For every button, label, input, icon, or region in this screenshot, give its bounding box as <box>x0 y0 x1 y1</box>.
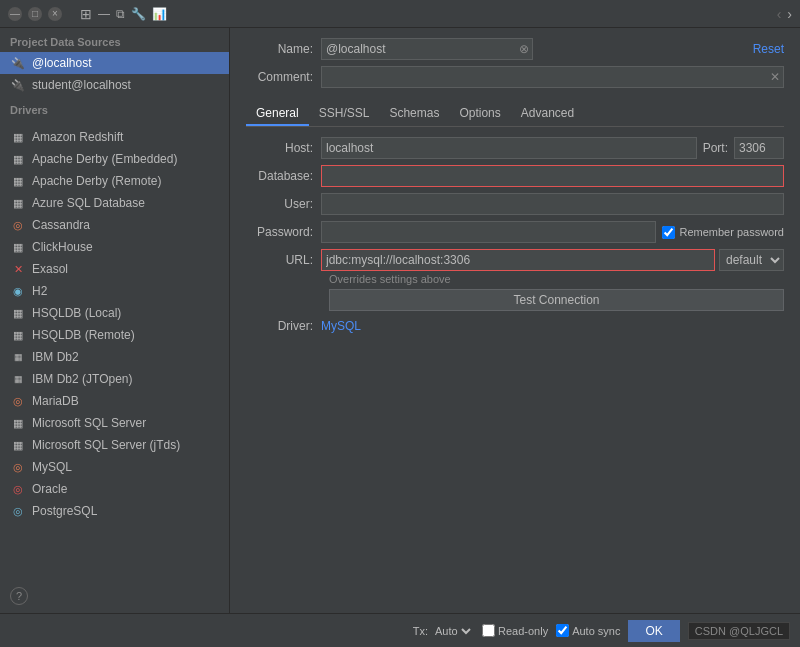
tab-options[interactable]: Options <box>449 102 510 126</box>
driver-icon: ◎ <box>10 459 26 475</box>
user-label: User: <box>246 197 321 211</box>
nav-forward-icon[interactable]: › <box>787 6 792 22</box>
driver-mariadb[interactable]: ◎ MariaDB <box>0 390 229 412</box>
clear-comment-icon[interactable]: ✕ <box>770 70 780 84</box>
driver-hsqldb-local[interactable]: ▦ HSQLDB (Local) <box>0 302 229 324</box>
driver-apache-derby-embedded[interactable]: ▦ Apache Derby (Embedded) <box>0 148 229 170</box>
driver-ibm-db2-jtopen[interactable]: ▦ IBM Db2 (JTOpen) <box>0 368 229 390</box>
driver-icon: ▦ <box>10 305 26 321</box>
sidebar-item-label: student@localhost <box>32 78 131 92</box>
autosync-checkbox[interactable] <box>556 624 569 637</box>
driver-icon: ▦ <box>10 349 26 365</box>
driver-hsqldb-remote[interactable]: ▦ HSQLDB (Remote) <box>0 324 229 346</box>
user-input[interactable] <box>321 193 784 215</box>
driver-link[interactable]: MySQL <box>321 319 361 333</box>
toolbar-icon-minus[interactable]: — <box>98 7 110 21</box>
driver-icon: ▦ <box>10 415 26 431</box>
url-input[interactable] <box>321 249 715 271</box>
driver-icon: ◎ <box>10 503 26 519</box>
tab-general[interactable]: General <box>246 102 309 126</box>
readonly-checkbox[interactable] <box>482 624 495 637</box>
driver-label: HSQLDB (Local) <box>32 306 121 320</box>
sidebar-item-localhost[interactable]: 🔌 @localhost <box>0 52 229 74</box>
comment-label: Comment: <box>246 70 321 84</box>
clear-name-icon[interactable]: ⊗ <box>519 42 529 56</box>
maximize-btn[interactable]: □ <box>28 7 42 21</box>
driver-label: Exasol <box>32 262 68 276</box>
tx-dropdown[interactable]: Auto <box>431 624 474 638</box>
tx-selector[interactable]: Tx: Auto <box>413 624 474 638</box>
driver-label: Microsoft SQL Server <box>32 416 146 430</box>
watermark: CSDN @QLJGCL <box>688 622 790 640</box>
driver-oracle[interactable]: ◎ Oracle <box>0 478 229 500</box>
url-type-select[interactable]: default custom <box>719 249 784 271</box>
reset-link[interactable]: Reset <box>753 42 784 56</box>
tab-advanced[interactable]: Advanced <box>511 102 584 126</box>
minimize-btn[interactable]: — <box>8 7 22 21</box>
driver-label: Apache Derby (Embedded) <box>32 152 177 166</box>
driver-azure-sql[interactable]: ▦ Azure SQL Database <box>0 192 229 214</box>
help-button[interactable]: ? <box>10 587 28 605</box>
driver-h2[interactable]: ◉ H2 <box>0 280 229 302</box>
test-connection-button[interactable]: Test Connection <box>329 289 784 311</box>
toolbar-icon-chart[interactable]: 📊 <box>152 7 167 21</box>
tab-schemas[interactable]: Schemas <box>379 102 449 126</box>
driver-label: MySQL <box>32 460 72 474</box>
driver-icon: ▦ <box>10 173 26 189</box>
driver-exasol[interactable]: ✕ Exasol <box>0 258 229 280</box>
tab-sshssl[interactable]: SSH/SSL <box>309 102 380 126</box>
database-input[interactable] <box>321 165 784 187</box>
host-input[interactable] <box>321 137 697 159</box>
bottom-bar: Tx: Auto Read-only Auto sync OK CSDN @QL… <box>0 613 800 647</box>
driver-label: Amazon Redshift <box>32 130 123 144</box>
toolbar-icon-wrench[interactable]: 🔧 <box>131 7 146 21</box>
driver-label: H2 <box>32 284 47 298</box>
tx-label: Tx: <box>413 625 428 637</box>
driver-label: MariaDB <box>32 394 79 408</box>
toolbar-icon-copy[interactable]: ⧉ <box>116 7 125 21</box>
readonly-label: Read-only <box>498 625 548 637</box>
host-label: Host: <box>246 141 321 155</box>
localhost-icon: 🔌 <box>10 55 26 71</box>
driver-label: IBM Db2 <box>32 350 79 364</box>
autosync-label: Auto sync <box>572 625 620 637</box>
driver-mssql[interactable]: ▦ Microsoft SQL Server <box>0 412 229 434</box>
driver-cassandra[interactable]: ◎ Cassandra <box>0 214 229 236</box>
ok-button[interactable]: OK <box>628 620 679 642</box>
remember-password-checkbox[interactable] <box>662 226 675 239</box>
content-panel: Name: ⊗ Reset Comment: ✕ General SSH/SSL… <box>230 28 800 613</box>
toolbar-icon-grid[interactable]: ⊞ <box>80 6 92 22</box>
driver-label: Driver: <box>246 319 321 333</box>
driver-label: Oracle <box>32 482 67 496</box>
comment-input[interactable] <box>321 66 784 88</box>
driver-ibm-db2[interactable]: ▦ IBM Db2 <box>0 346 229 368</box>
driver-mssql-jtds[interactable]: ▦ Microsoft SQL Server (jTds) <box>0 434 229 456</box>
close-btn[interactable]: × <box>48 7 62 21</box>
driver-clickhouse[interactable]: ▦ ClickHouse <box>0 236 229 258</box>
password-input[interactable] <box>321 221 656 243</box>
password-label: Password: <box>246 225 321 239</box>
driver-amazon-redshift[interactable]: ▦ Amazon Redshift <box>0 126 229 148</box>
name-label: Name: <box>246 42 321 56</box>
sidebar-item-student[interactable]: 🔌 student@localhost <box>0 74 229 96</box>
driver-label: PostgreSQL <box>32 504 97 518</box>
drivers-section-label: Drivers <box>0 96 229 120</box>
nav-back-icon[interactable]: ‹ <box>777 6 782 22</box>
remember-password-label: Remember password <box>679 226 784 238</box>
driver-label: Azure SQL Database <box>32 196 145 210</box>
driver-apache-derby-remote[interactable]: ▦ Apache Derby (Remote) <box>0 170 229 192</box>
driver-icon: ◎ <box>10 481 26 497</box>
driver-label: ClickHouse <box>32 240 93 254</box>
driver-mysql[interactable]: ◎ MySQL <box>0 456 229 478</box>
driver-icon: ▦ <box>10 129 26 145</box>
driver-label: IBM Db2 (JTOpen) <box>32 372 132 386</box>
driver-icon: ✕ <box>10 261 26 277</box>
name-input[interactable] <box>321 38 533 60</box>
driver-icon: ▦ <box>10 327 26 343</box>
driver-icon: ▦ <box>10 195 26 211</box>
titlebar: — □ × ⊞ — ⧉ 🔧 📊 ‹ › <box>0 0 800 28</box>
driver-postgresql[interactable]: ◎ PostgreSQL <box>0 500 229 522</box>
url-label: URL: <box>246 253 321 267</box>
port-input[interactable] <box>734 137 784 159</box>
student-icon: 🔌 <box>10 77 26 93</box>
